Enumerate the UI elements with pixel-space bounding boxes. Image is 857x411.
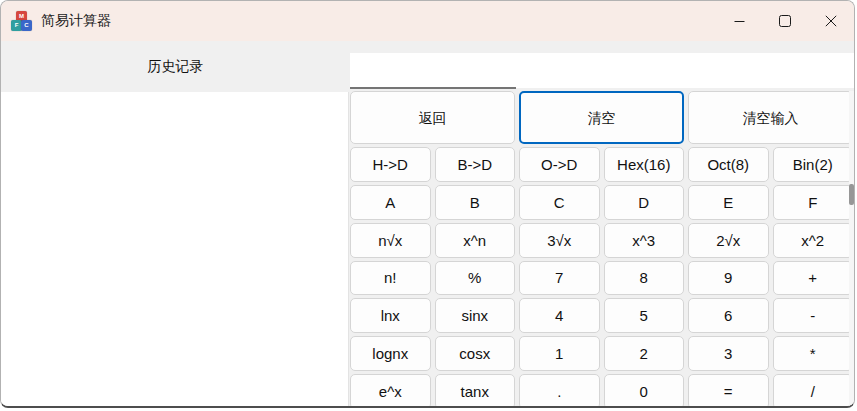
keypad-key[interactable]: H->D	[350, 147, 431, 182]
keypad-key[interactable]: tanx	[435, 374, 516, 408]
maximize-button[interactable]	[762, 1, 808, 41]
keypad-key[interactable]: *	[773, 336, 854, 371]
keypad-key[interactable]: B->D	[435, 147, 516, 182]
keypad-key[interactable]: 0	[604, 374, 685, 408]
keypad-key[interactable]: 7	[519, 261, 600, 296]
keypad-key[interactable]: cosx	[435, 336, 516, 371]
keypad-key[interactable]: O->D	[519, 147, 600, 182]
keypad: 返回清空清空输入H->DB->DO->DHex(16)Oct(8)Bin(2)A…	[350, 91, 853, 408]
window-controls	[716, 1, 854, 41]
scrollbar-thumb[interactable]	[849, 184, 854, 205]
keypad-key[interactable]: n√x	[350, 223, 431, 258]
keypad-key[interactable]: 3√x	[519, 223, 600, 258]
keypad-key[interactable]: x^n	[435, 223, 516, 258]
keypad-key[interactable]: 1	[519, 336, 600, 371]
keypad-key[interactable]: 6	[688, 298, 769, 333]
keypad-key[interactable]: F	[773, 185, 854, 220]
keypad-key[interactable]: E	[688, 185, 769, 220]
clear-button[interactable]: 清空	[519, 91, 684, 144]
keypad-key[interactable]: 3	[688, 336, 769, 371]
keypad-key[interactable]: =	[688, 374, 769, 408]
clear-input-button[interactable]: 清空输入	[688, 91, 853, 144]
keypad-key[interactable]: x^3	[604, 223, 685, 258]
keypad-key[interactable]: 9	[688, 261, 769, 296]
keypad-key[interactable]: e^x	[350, 374, 431, 408]
keypad-key[interactable]: Bin(2)	[773, 147, 854, 182]
keypad-key[interactable]: n!	[350, 261, 431, 296]
keypad-key[interactable]: +	[773, 261, 854, 296]
keypad-key[interactable]: 5	[604, 298, 685, 333]
close-button[interactable]	[808, 1, 854, 41]
keypad-key[interactable]: x^2	[773, 223, 854, 258]
keypad-key[interactable]: 2	[604, 336, 685, 371]
keypad-key[interactable]: Oct(8)	[688, 147, 769, 182]
keypad-key[interactable]: C	[519, 185, 600, 220]
back-button[interactable]: 返回	[350, 91, 515, 144]
keypad-key[interactable]: /	[773, 374, 854, 408]
keypad-key[interactable]: lnx	[350, 298, 431, 333]
history-header: 历史记录	[1, 41, 350, 92]
keypad-key[interactable]: 8	[604, 261, 685, 296]
vertical-scrollbar[interactable]	[849, 91, 854, 408]
maximize-icon	[779, 15, 791, 27]
keypad-key[interactable]: %	[435, 261, 516, 296]
calculator-window: M F C 简易计算器 历史记录	[0, 0, 855, 408]
keypad-key[interactable]: D	[604, 185, 685, 220]
keypad-key[interactable]: .	[519, 374, 600, 408]
mfc-cube-c: C	[21, 20, 32, 31]
minimize-icon	[734, 16, 745, 27]
keypad-key[interactable]: -	[773, 298, 854, 333]
display-underline	[350, 87, 516, 89]
keypad-key[interactable]: Hex(16)	[604, 147, 685, 182]
close-icon	[825, 15, 837, 27]
keypad-key[interactable]: 2√x	[688, 223, 769, 258]
keypad-key[interactable]: sinx	[435, 298, 516, 333]
keypad-key[interactable]: 4	[519, 298, 600, 333]
window-title: 简易计算器	[41, 12, 111, 30]
mfc-app-icon: M F C	[11, 11, 32, 32]
titlebar: M F C 简易计算器	[1, 1, 854, 41]
keypad-key[interactable]: B	[435, 185, 516, 220]
keypad-key[interactable]: lognx	[350, 336, 431, 371]
history-list[interactable]	[1, 92, 349, 408]
keypad-key[interactable]: A	[350, 185, 431, 220]
minimize-button[interactable]	[716, 1, 762, 41]
display-input[interactable]	[350, 53, 855, 88]
